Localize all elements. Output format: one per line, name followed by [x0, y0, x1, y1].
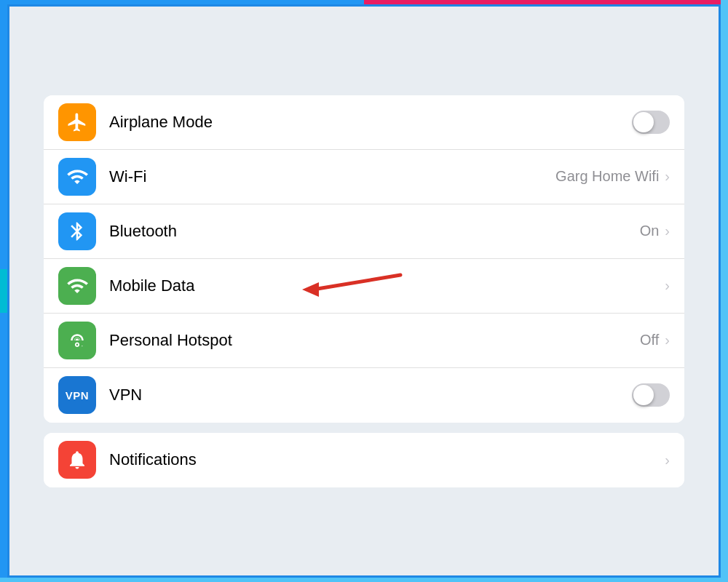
- settings-list: Airplane Mode Wi-Fi Garg Home Wifi ›: [44, 95, 684, 423]
- vpn-icon: VPN: [58, 376, 96, 414]
- notifications-icon: [58, 441, 96, 479]
- airplane-mode-row[interactable]: Airplane Mode: [44, 95, 684, 150]
- personal-hotspot-label: Personal Hotspot: [109, 331, 640, 350]
- personal-hotspot-icon: [58, 322, 96, 359]
- vpn-text: VPN: [66, 389, 89, 402]
- notifications-row[interactable]: Notifications ›: [44, 433, 684, 487]
- bluetooth-value: On: [640, 223, 660, 239]
- mobile-data-row[interactable]: Mobile Data ›: [44, 259, 684, 314]
- bluetooth-label: Bluetooth: [109, 222, 640, 241]
- notifications-chevron: ›: [665, 452, 670, 469]
- bluetooth-row[interactable]: Bluetooth On ›: [44, 204, 684, 259]
- personal-hotspot-row[interactable]: Personal Hotspot Off ›: [44, 314, 684, 368]
- red-arrow-annotation: [189, 264, 408, 308]
- wifi-label: Wi-Fi: [109, 167, 555, 186]
- airplane-mode-label: Airplane Mode: [109, 113, 632, 132]
- airplane-mode-icon: [58, 103, 96, 141]
- personal-hotspot-chevron: ›: [665, 332, 670, 348]
- personal-hotspot-value: Off: [640, 332, 659, 348]
- mobile-data-chevron: ›: [665, 277, 670, 294]
- bluetooth-chevron: ›: [665, 223, 670, 239]
- vpn-label: VPN: [109, 386, 632, 404]
- wifi-row[interactable]: Wi-Fi Garg Home Wifi ›: [44, 150, 684, 204]
- svg-marker-1: [302, 282, 319, 297]
- wifi-chevron: ›: [665, 168, 670, 185]
- wifi-value: Garg Home Wifi: [555, 168, 659, 185]
- notifications-label: Notifications: [109, 450, 665, 469]
- bluetooth-icon: [58, 212, 96, 250]
- mobile-data-icon: [58, 267, 96, 305]
- svg-line-0: [313, 275, 400, 290]
- wifi-icon: [58, 158, 96, 196]
- notifications-card: Notifications ›: [44, 433, 684, 487]
- airplane-mode-toggle[interactable]: [632, 111, 670, 134]
- vpn-row[interactable]: VPN VPN: [44, 368, 684, 423]
- vpn-toggle[interactable]: [632, 383, 670, 407]
